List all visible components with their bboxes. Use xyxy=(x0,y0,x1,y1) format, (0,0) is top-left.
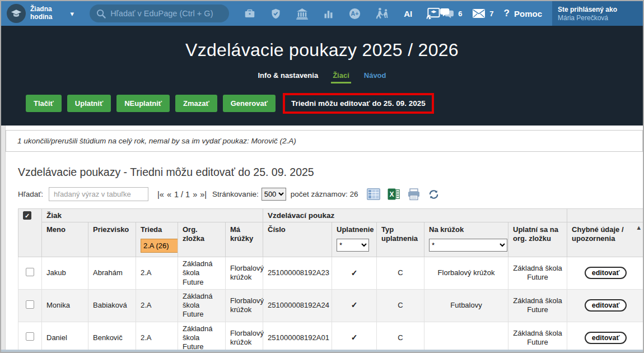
cell-uplatni-sa: Základná škola Future xyxy=(508,257,567,290)
column-header-ma-kruzky[interactable]: Má krúžky xyxy=(230,225,258,244)
ai-module-button[interactable]: AI xyxy=(404,9,412,18)
cell-ma-kruzky: Florbalový krúžok xyxy=(226,289,263,322)
column-header-org-zlozka[interactable]: Org. zložka xyxy=(183,225,221,244)
row-checkbox[interactable] xyxy=(26,268,34,276)
column-header-meno[interactable]: Meno xyxy=(46,225,83,234)
cell-trieda: 2.A xyxy=(136,322,178,353)
search-label: Hľadať: xyxy=(18,190,43,198)
cell-typ: C xyxy=(377,257,424,290)
excel-export-icon[interactable]: X xyxy=(388,188,400,200)
messages-button[interactable]: 7 xyxy=(472,8,493,18)
grades-a-plus-icon[interactable]: A+ xyxy=(348,7,361,20)
print-icon[interactable] xyxy=(407,188,421,201)
tab-navod[interactable]: Návod xyxy=(364,71,386,80)
column-header-trieda[interactable]: Trieda xyxy=(141,225,173,234)
pagination-next[interactable]: » xyxy=(193,190,197,199)
edupage-logo-icon[interactable] xyxy=(7,4,26,23)
cell-priezvisko: Babiaková xyxy=(88,289,136,322)
table-tools: X xyxy=(367,188,440,201)
cell-priezvisko: Abrahám xyxy=(88,257,136,290)
column-header-chybne-udaje[interactable]: Chybné údaje / upozornenia xyxy=(572,225,640,244)
help-label: Pomoc xyxy=(514,9,542,18)
user-name: Mária Perečková xyxy=(558,14,637,22)
refresh-icon[interactable] xyxy=(428,189,440,200)
paging-label: Stránkovanie: xyxy=(212,190,259,198)
pagination-last[interactable]: »| xyxy=(200,190,207,199)
tab-info-nastavenia[interactable]: Info & nastavenia xyxy=(258,71,319,80)
column-header-uplatni-sa[interactable]: Uplatní sa na org. zložku xyxy=(513,225,562,244)
column-header-priezvisko[interactable]: Priezvisko xyxy=(93,225,131,234)
row-checkbox[interactable] xyxy=(26,332,34,341)
column-header-cislo[interactable]: Číslo xyxy=(268,225,327,234)
check-icon: ✓ xyxy=(351,333,358,342)
row-checkbox[interactable] xyxy=(26,300,34,309)
action-toolbar: Tlačiť Uplatniť NEuplatniť Zmazať Genero… xyxy=(26,93,643,114)
uplatnenie-filter-select[interactable]: * xyxy=(337,239,369,252)
search-icon xyxy=(96,9,106,18)
pagination-current: 1 / 1 xyxy=(174,190,190,199)
pagination-prev[interactable]: « xyxy=(167,190,171,199)
cell-na-kruzok xyxy=(424,322,508,353)
edit-button[interactable]: editovať xyxy=(585,299,627,312)
current-lesson-selector[interactable]: Žiadna hodina xyxy=(30,6,65,21)
unapply-button[interactable]: NEuplatniť xyxy=(116,95,170,112)
group-header-empty xyxy=(567,209,644,222)
cell-cislo: 251000008192A23 xyxy=(263,257,332,290)
cell-cislo: 251000008192A01 xyxy=(263,322,332,353)
cell-ma-kruzky: Florbalový krúžok xyxy=(226,322,263,353)
help-button[interactable]: ? Pomoc xyxy=(504,8,542,19)
attendance-people-icon[interactable] xyxy=(375,7,390,20)
delete-button[interactable]: Zmazať xyxy=(175,95,217,112)
logged-in-user[interactable]: Ste prihlásený ako Mária Perečková xyxy=(552,1,643,26)
column-settings-icon[interactable] xyxy=(367,188,380,200)
mail-icon xyxy=(472,8,486,18)
na-kruzok-filter-select[interactable]: * xyxy=(429,239,507,252)
cell-trieda: 2.A xyxy=(136,257,178,290)
table-search-input[interactable] xyxy=(49,187,148,201)
record-count: počet záznamov: 26 xyxy=(291,190,358,198)
navbar-modules: A+ AI xyxy=(244,7,440,20)
navbar-right: 6 7 ? Pomoc Ste prihlásený ako Mária Per… xyxy=(440,1,643,26)
edit-button[interactable]: editovať xyxy=(585,332,627,344)
left-gutter xyxy=(1,126,6,350)
section-heading: Vzdelávacie poukazy - Triedni môžu edito… xyxy=(18,166,643,179)
group-header-row: ✓ Žiak Vzdelávací poukaz xyxy=(18,209,644,222)
print-button[interactable]: Tlačiť xyxy=(26,95,62,112)
table-row: Daniel Benkovič 2.A Základná škola Futur… xyxy=(18,322,644,353)
column-header-typ-uplatnenia[interactable]: Typ uplatnenia xyxy=(381,225,419,244)
apply-button[interactable]: Uplatniť xyxy=(67,95,111,112)
sort-asc-icon[interactable]: ▲ xyxy=(636,224,642,231)
cell-priezvisko: Benkovič xyxy=(88,322,136,353)
tab-bar: Info & nastavenia Žiaci Návod xyxy=(1,71,643,80)
cell-typ: C xyxy=(377,322,424,353)
screencast-icon[interactable] xyxy=(426,7,440,20)
cell-org-zlozka: Základná škola Future xyxy=(178,257,226,290)
select-all-checkbox[interactable]: ✓ xyxy=(23,211,31,220)
briefcase-icon[interactable] xyxy=(244,7,256,20)
cell-na-kruzok: Florbalový krúžok xyxy=(424,257,508,290)
cell-uplatni-sa: Základná škola Future xyxy=(508,322,567,353)
column-header-row: Meno Priezvisko Trieda 2.A (26) Org. zlo… xyxy=(18,222,644,257)
mail-count-badge: 7 xyxy=(489,10,493,18)
bar-chart-icon[interactable] xyxy=(323,8,334,20)
column-header-na-kruzok[interactable]: Na krúžok xyxy=(429,225,503,234)
page-title: Vzdelávacie poukazy 2025 / 2026 xyxy=(1,26,643,61)
tab-ziaci[interactable]: Žiaci xyxy=(333,71,349,80)
chat-button[interactable]: 6 xyxy=(440,8,462,20)
warning-notice: 1 ukončili/prerušili štúdium na celý rok… xyxy=(6,130,643,152)
bank-icon[interactable] xyxy=(296,8,309,20)
deadline-highlight: Triedni môžu editovať do 25. 09. 2025 xyxy=(283,93,434,114)
column-header-uplatnenie[interactable]: Uplatnenie xyxy=(337,225,372,234)
pagination-first[interactable]: |« xyxy=(157,190,164,199)
app-window: Žiadna hodina ▾ A+ xyxy=(0,0,644,353)
global-search[interactable] xyxy=(90,4,229,22)
generate-button[interactable]: Generovať xyxy=(223,95,276,112)
search-input[interactable] xyxy=(110,9,222,18)
chevron-down-icon[interactable]: ▾ xyxy=(71,10,74,18)
cell-meno: Daniel xyxy=(42,322,88,353)
question-mark-icon: ? xyxy=(504,8,510,19)
cell-meno: Jakub xyxy=(42,257,88,290)
page-size-select[interactable]: 500 xyxy=(262,188,286,201)
shield-check-icon[interactable] xyxy=(270,8,282,20)
edit-button[interactable]: editovať xyxy=(585,267,627,279)
